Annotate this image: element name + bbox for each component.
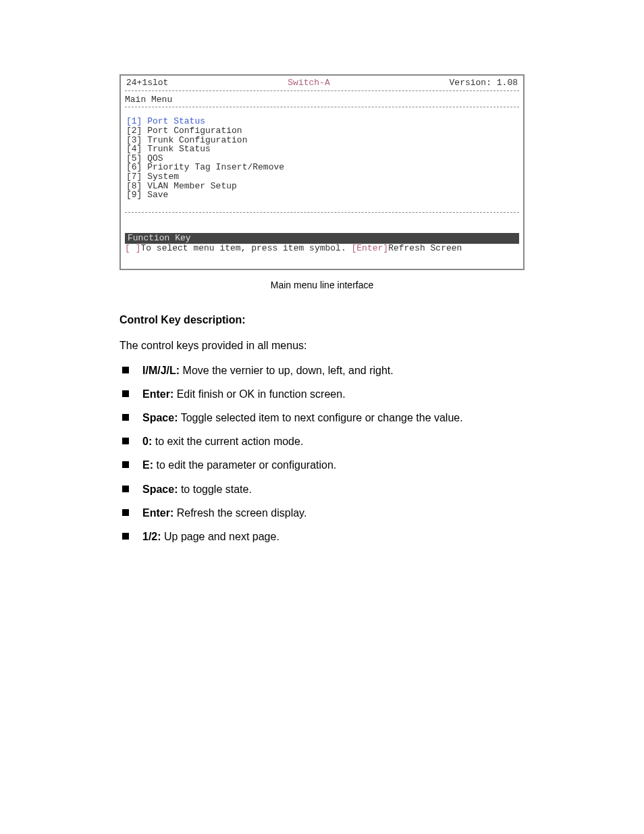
- document-body: Control Key description: The control key…: [119, 312, 525, 544]
- menu-item[interactable]: [5] QOS: [126, 154, 519, 163]
- key-name: I/M/J/L:: [142, 365, 180, 376]
- menu-item[interactable]: [9] Save: [126, 190, 519, 200]
- terminal-header: 24+1slot Switch-A Version: 1.08: [125, 78, 519, 88]
- terminal-window: 24+1slot Switch-A Version: 1.08 Main Men…: [119, 74, 525, 270]
- list-item: E: to edit the parameter or configuratio…: [119, 457, 525, 473]
- menu-list: [1] Port Status[2] Port Configuration[3]…: [126, 117, 519, 200]
- menu-item[interactable]: [7] System: [126, 172, 519, 182]
- divider: [125, 90, 519, 91]
- key-description: Move the vernier to up, down, left, and …: [180, 365, 394, 376]
- device-name: Switch-A: [288, 78, 329, 88]
- list-item: Enter: Refresh the screen display.: [119, 505, 525, 521]
- key-description: Up page and next page.: [161, 531, 279, 542]
- section-title: Main Menu: [125, 95, 519, 105]
- menu-item[interactable]: [3] Trunk Configuration: [126, 136, 519, 145]
- key-name: Enter:: [142, 388, 173, 400]
- function-key-help: [ ]To select menu item, press item symbo…: [125, 244, 519, 253]
- menu-item[interactable]: [2] Port Configuration: [126, 126, 519, 136]
- list-item: Enter: Edit finish or OK in function scr…: [119, 386, 525, 402]
- figure-caption: Main menu line interface: [0, 280, 644, 290]
- slot-label: 24+1slot: [126, 78, 168, 88]
- divider: [125, 107, 519, 107]
- key-name: E:: [142, 459, 153, 471]
- section-heading: Control Key description:: [119, 312, 525, 328]
- key-name: 1/2:: [142, 531, 161, 542]
- key-name: Space:: [142, 484, 178, 495]
- divider: [125, 212, 519, 213]
- menu-item[interactable]: [1] Port Status: [126, 117, 519, 126]
- function-key-bar: Function Key: [125, 233, 519, 244]
- version-label: Version: 1.08: [450, 78, 518, 88]
- key-description: Edit finish or OK in function screen.: [173, 388, 345, 400]
- menu-item[interactable]: [8] VLAN Member Setup: [126, 182, 519, 191]
- menu-item[interactable]: [4] Trunk Status: [126, 145, 519, 154]
- list-item: I/M/J/L: Move the vernier to up, down, l…: [119, 363, 525, 378]
- control-key-list: I/M/J/L: Move the vernier to up, down, l…: [119, 363, 525, 545]
- key-description: Toggle selected item to next configure o…: [178, 412, 462, 423]
- key-description: Refresh the screen display.: [173, 507, 306, 519]
- key-name: Space:: [142, 412, 178, 423]
- list-item: 1/2: Up page and next page.: [119, 529, 525, 544]
- key-description: to exit the current action mode.: [152, 436, 303, 447]
- list-item: Space: to toggle state.: [119, 481, 525, 497]
- key-name: 0:: [142, 436, 152, 447]
- key-name: Enter:: [142, 507, 173, 519]
- intro-text: The control keys provided in all menus:: [119, 338, 525, 353]
- key-description: to toggle state.: [178, 484, 251, 495]
- menu-item[interactable]: [6] Priority Tag Insert/Remove: [126, 163, 519, 172]
- list-item: Space: Toggle selected item to next conf…: [119, 410, 525, 425]
- list-item: 0: to exit the current action mode.: [119, 434, 525, 449]
- key-description: to edit the parameter or configuration.: [153, 459, 336, 471]
